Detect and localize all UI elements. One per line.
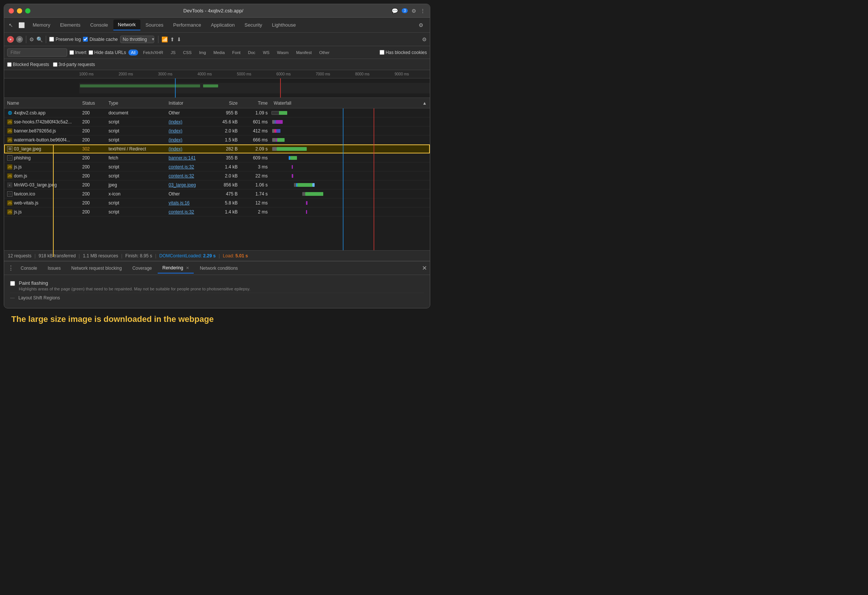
tab-elements[interactable]: Elements — [56, 20, 85, 30]
wifi-icon[interactable]: 📶 — [161, 36, 168, 42]
filter-icon[interactable]: ⚙ — [29, 36, 34, 42]
minimize-button[interactable] — [17, 8, 22, 14]
filter-tag-wasm[interactable]: Wasm — [274, 50, 291, 56]
table-row[interactable]: JS dom.js 200 script content.js:32 2.0 k… — [4, 171, 430, 180]
tab-network-conditions[interactable]: Network conditions — [195, 263, 242, 273]
third-party-check[interactable]: 3rd-party requests — [53, 62, 95, 67]
filter-input[interactable] — [7, 48, 67, 57]
has-blocked-checkbox[interactable] — [380, 50, 384, 55]
clear-button[interactable]: ⊘ — [16, 36, 23, 43]
col-initiator-header[interactable]: Initiator — [166, 101, 211, 106]
row-initiator[interactable]: (index) — [166, 137, 211, 143]
filter-tag-media[interactable]: Media — [211, 50, 228, 56]
tab-sources[interactable]: Sources — [141, 20, 168, 30]
tab-security[interactable]: Security — [240, 20, 267, 30]
row-initiator[interactable]: (index) — [166, 119, 211, 125]
filter-tag-img[interactable]: Img — [196, 50, 208, 56]
hide-data-urls-check[interactable]: Hide data URLs — [89, 50, 126, 55]
upload-icon[interactable]: ⬆ — [170, 36, 175, 42]
table-row[interactable]: JS banner.be879265d.js 200 script (index… — [4, 126, 430, 135]
filter-tag-ws[interactable]: WS — [260, 50, 272, 56]
close-button[interactable] — [9, 8, 14, 14]
preserve-log-checkbox[interactable] — [49, 37, 54, 42]
settings-gear-icon[interactable]: ⚙ — [417, 21, 425, 29]
filter-tag-css[interactable]: CSS — [181, 50, 194, 56]
table-row[interactable]: JS watermark-button.be960f4... 200 scrip… — [4, 135, 430, 144]
tab-console[interactable]: Console — [86, 20, 113, 30]
table-row-highlighted[interactable]: 🖼 03_large.jpeg 302 text/html / Redirect… — [4, 144, 430, 153]
table-row[interactable]: □ phishing 200 fetch banner.js:141 355 B… — [4, 153, 430, 162]
tab-console-bottom[interactable]: Console — [16, 263, 42, 273]
filter-tag-doc[interactable]: Doc — [246, 50, 258, 56]
row-name-text: js.js — [14, 164, 22, 170]
row-initiator[interactable]: content.js:32 — [166, 173, 211, 179]
row-status: 302 — [79, 146, 105, 152]
col-size-header[interactable]: Size — [211, 101, 241, 106]
tab-rendering[interactable]: Rendering ✕ — [158, 263, 194, 273]
filter-tag-font[interactable]: Font — [230, 50, 243, 56]
col-type-header[interactable]: Type — [105, 101, 166, 106]
filter-tag-manifest[interactable]: Manifest — [294, 50, 315, 56]
blocked-requests-checkbox[interactable] — [7, 62, 12, 67]
row-initiator[interactable]: banner.js:141 — [166, 155, 211, 161]
bottom-panel-close[interactable]: ✕ — [422, 264, 427, 272]
filter-tag-fetchxhr[interactable]: Fetch/XHR — [140, 50, 166, 56]
invert-check[interactable]: Invert — [69, 50, 86, 55]
bottom-menu-icon[interactable]: ⋮ — [7, 264, 15, 272]
row-initiator[interactable]: (index) — [166, 128, 211, 134]
row-initiator[interactable]: 03_large.jpeg — [166, 182, 211, 188]
tab-issues-bottom[interactable]: Issues — [43, 263, 65, 273]
preserve-log-label[interactable]: Preserve log — [49, 37, 81, 42]
device-icon[interactable]: ⬜ — [18, 21, 25, 29]
col-time-header[interactable]: Time — [241, 101, 271, 106]
tab-lighthouse[interactable]: Lighthouse — [267, 20, 300, 30]
settings-icon[interactable]: ⚙ — [411, 8, 416, 14]
row-initiator[interactable]: content.js:32 — [166, 209, 211, 215]
filter-tag-all[interactable]: All — [128, 50, 138, 56]
download-icon[interactable]: ⬇ — [177, 36, 181, 42]
tab-memory[interactable]: Memory — [28, 20, 55, 30]
record-button[interactable]: ● — [7, 36, 14, 43]
search-icon[interactable]: 🔍 — [36, 36, 43, 42]
table-row[interactable]: 🌐 4xqbv2.csb.app 200 document Other 955 … — [4, 108, 430, 117]
transferred-size: 918 kB transferred — [39, 253, 76, 258]
third-party-checkbox[interactable] — [53, 62, 57, 67]
chat-icon[interactable]: 💬 — [392, 8, 398, 14]
table-row[interactable]: JS sse-hooks.f742b80f43c5a2... 200 scrip… — [4, 117, 430, 126]
row-initiator: Other — [166, 191, 211, 197]
more-icon[interactable]: ⋮ — [420, 8, 425, 14]
filter-tag-js[interactable]: JS — [168, 50, 178, 56]
throttle-select[interactable]: No throttling — [120, 36, 154, 43]
tab-performance[interactable]: Performance — [169, 20, 205, 30]
row-initiator[interactable]: (index) — [166, 146, 211, 152]
blocked-requests-check[interactable]: Blocked Requests — [7, 62, 49, 67]
col-status-header[interactable]: Status — [79, 101, 105, 106]
cursor-icon[interactable]: ↖ — [7, 21, 15, 29]
table-row[interactable]: JS js.js 200 script content.js:32 1.4 kB… — [4, 207, 430, 216]
tab-network-blocking[interactable]: Network request blocking — [67, 263, 127, 273]
timeline-bar-area[interactable] — [4, 78, 430, 98]
table-row[interactable]: JS js.js 200 script content.js:32 1.4 kB… — [4, 162, 430, 171]
table-row[interactable]: JS web-vitals.js 200 script vitals.js:16… — [4, 198, 430, 207]
table-row[interactable]: □ favicon.ico 200 x-icon Other 475 B 1.7… — [4, 189, 430, 198]
paint-flashing-checkbox[interactable] — [10, 281, 15, 286]
settings-icon-right[interactable]: ⚙ — [422, 36, 427, 42]
col-name-header[interactable]: Name — [4, 101, 79, 106]
title-bar: DevTools - 4xqbv2.csb.app/ 💬 3 ⚙ ⋮ — [4, 4, 430, 18]
table-row[interactable]: ▪ MnWG-03_large.jpeg 200 jpeg 03_large.j… — [4, 180, 430, 189]
has-blocked-cookies-check[interactable]: Has blocked cookies — [380, 50, 427, 55]
filter-tag-other[interactable]: Other — [316, 50, 332, 56]
disable-cache-label[interactable]: Disable cache — [83, 37, 118, 42]
row-initiator[interactable]: content.js:32 — [166, 164, 211, 170]
hide-data-urls-checkbox[interactable] — [89, 50, 93, 55]
row-initiator[interactable]: vitals.js:16 — [166, 200, 211, 206]
col-waterfall-header[interactable]: Waterfall ▲ — [271, 101, 430, 106]
maximize-button[interactable] — [25, 8, 30, 14]
tab-coverage[interactable]: Coverage — [128, 263, 156, 273]
rendering-close-btn[interactable]: ✕ — [186, 266, 189, 270]
tab-application[interactable]: Application — [206, 20, 240, 30]
invert-checkbox[interactable] — [69, 50, 74, 55]
tab-network[interactable]: Network — [113, 20, 140, 30]
js-icon: JS — [7, 164, 12, 170]
disable-cache-checkbox[interactable] — [83, 37, 88, 42]
